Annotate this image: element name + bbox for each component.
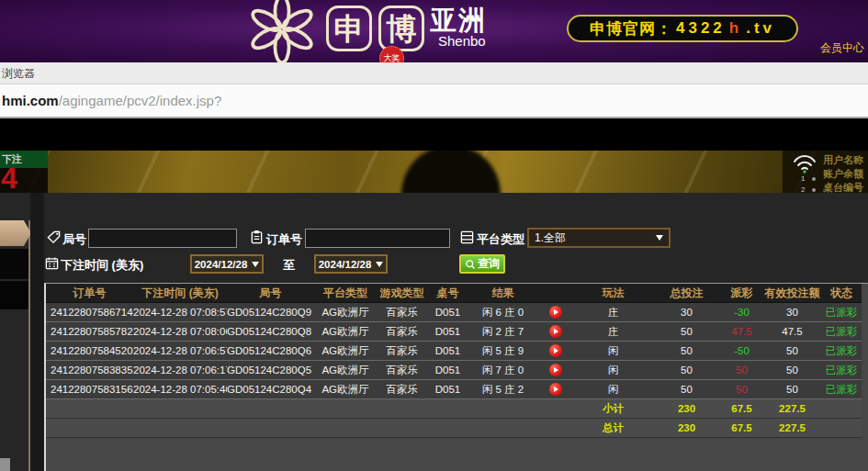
game-type-cell: 百家乐 xyxy=(377,306,427,320)
spacer-band xyxy=(0,118,868,151)
signal-dot-2 xyxy=(812,188,816,192)
game-type-cell: 百家乐 xyxy=(377,325,427,339)
subtotal-payout: 67.5 xyxy=(721,403,762,414)
calendar-icon xyxy=(45,256,59,270)
platform-type-value: 1.全部 xyxy=(535,230,566,246)
official-site-banner[interactable]: 申博官网：4322h.tv xyxy=(567,15,798,42)
banner-prefix: 申博官网： xyxy=(590,18,672,39)
member-center-link[interactable]: 会员中心 xyxy=(820,40,864,56)
date-to-select[interactable]: 2024/12/28 xyxy=(314,254,388,274)
search-button[interactable]: 查询 xyxy=(459,254,505,274)
game-type-cell: 百家乐 xyxy=(377,383,427,397)
subtotal-row: 小计 230 67.5 227.5 xyxy=(46,399,862,419)
table-row[interactable]: 241228075838353 2024-12-28 07:06:17 GD05… xyxy=(46,361,862,380)
platform-cell: AG欧洲厅 xyxy=(314,306,377,320)
platform-cell: AG欧洲厅 xyxy=(314,325,377,339)
banner-suffix: .tv xyxy=(746,19,775,38)
round-number-input[interactable] xyxy=(88,229,237,248)
play-icon xyxy=(554,387,558,392)
order-number-cell: 241228075838353 xyxy=(46,364,133,376)
result-cell: 闲 6 庄 0 xyxy=(468,306,537,320)
total-bet-cell: 50 xyxy=(652,345,721,356)
bet-time-cell: 2024-12-28 07:08:57 xyxy=(133,307,227,318)
video-cell xyxy=(537,364,574,376)
sidebar-item-block[interactable] xyxy=(0,281,28,309)
date-from-select[interactable]: 2024/12/28 xyxy=(190,254,264,274)
scrollbar-corner xyxy=(0,458,10,471)
round-number-cell: GD05124C280Q6 xyxy=(227,345,314,356)
round-number-cell: GD05124C280Q5 xyxy=(227,364,314,376)
play-type-cell: 闲 xyxy=(574,344,652,358)
app-window: 申 博 亚洲 Shenbo 申博官网：4322h.tv 会员中心 大奖 浏览器 … xyxy=(0,0,868,471)
col-platform: 平台类型 xyxy=(314,286,377,301)
col-time: 下注时间 (美东) xyxy=(133,286,227,301)
table-number-label: 桌台编号 xyxy=(823,181,863,193)
total-bet-cell: 50 xyxy=(652,326,721,337)
url-bar[interactable]: hmi.com/agingame/pcv2/index.jsp? xyxy=(0,84,868,118)
date-from-value: 2024/12/28 xyxy=(195,259,248,270)
table-row[interactable]: 241228075831563 2024-12-28 07:05:40 GD05… xyxy=(46,380,862,399)
url-path: /agingame/pcv2/index.jsp? xyxy=(59,93,222,108)
round-number-cell: GD05124C280Q4 xyxy=(227,384,314,395)
platform-list-icon xyxy=(460,230,474,244)
play-icon xyxy=(554,309,558,315)
payout-cell: 50 xyxy=(721,384,762,395)
chevron-down-icon xyxy=(376,262,383,267)
table-row[interactable]: 241228075867140 2024-12-28 07:08:57 GD05… xyxy=(46,303,862,322)
sidebar-item-block[interactable] xyxy=(0,249,28,279)
logo-subtitle: Shenbo xyxy=(438,33,486,49)
play-video-button[interactable] xyxy=(549,306,562,319)
table-row[interactable]: 241228075857825 2024-12-28 07:08:06 GD05… xyxy=(46,322,862,342)
play-video-button[interactable] xyxy=(549,344,562,357)
play-video-button[interactable] xyxy=(549,364,562,376)
table-row[interactable]: 241228075845202 2024-12-28 07:06:57 GD05… xyxy=(46,342,862,361)
bet-time-cell: 2024-12-28 07:06:17 xyxy=(133,364,227,376)
tag-icon xyxy=(47,230,61,244)
video-cell xyxy=(537,306,574,319)
subtotal-label: 小计 xyxy=(574,402,652,416)
clipboard-icon xyxy=(250,230,264,244)
logo-char-bo: 博 xyxy=(378,6,424,51)
play-video-button[interactable] xyxy=(549,383,562,396)
order-number-input[interactable] xyxy=(305,229,450,248)
bet-history-table: 订单号 下注时间 (美东) 局号 平台类型 游戏类型 桌号 结果 玩法 总投注 … xyxy=(44,283,868,471)
game-type-cell: 百家乐 xyxy=(377,364,427,377)
signal-dot-1 xyxy=(812,177,816,181)
status-badge: 已派彩 xyxy=(822,344,861,358)
table-number-cell: D051 xyxy=(427,345,468,356)
logo-char-shen: 申 xyxy=(326,6,372,51)
col-game: 游戏类型 xyxy=(377,286,427,301)
status-badge: 已派彩 xyxy=(822,325,861,339)
sidebar-active-tab[interactable] xyxy=(0,220,31,246)
table-number-cell: D051 xyxy=(427,326,468,337)
date-to-value: 2024/12/28 xyxy=(319,259,372,270)
platform-cell: AG欧洲厅 xyxy=(314,364,377,377)
balance-label: 账户余额 xyxy=(823,167,863,181)
site-header: 申 博 亚洲 Shenbo 申博官网：4322h.tv 会员中心 xyxy=(0,0,868,62)
payout-cell: -30 xyxy=(721,307,762,318)
col-payout: 派彩 xyxy=(721,286,762,301)
result-cell: 闲 7 庄 0 xyxy=(468,364,537,377)
chevron-down-icon xyxy=(656,235,663,241)
payout-cell: 47.5 xyxy=(721,326,762,337)
order-number-cell: 241228075831563 xyxy=(46,384,133,395)
play-icon xyxy=(554,367,558,373)
platform-type-select[interactable]: 1.全部 xyxy=(527,228,671,248)
video-cell xyxy=(537,325,574,338)
valid-bet-cell: 50 xyxy=(762,364,822,376)
round-number-cell: GD05124C280Q8 xyxy=(227,326,314,337)
status-badge: 已派彩 xyxy=(822,306,861,320)
total-bet-cell: 50 xyxy=(652,384,721,395)
play-type-cell: 庄 xyxy=(574,325,652,339)
username-label: 用户名称 xyxy=(823,153,863,167)
bet-time-cell: 2024-12-28 07:08:06 xyxy=(133,326,227,337)
platform-cell: AG欧洲厅 xyxy=(314,383,377,397)
banner-h: h xyxy=(729,19,742,38)
table-number-cell: D051 xyxy=(427,364,468,376)
grand-total-valid: 227.5 xyxy=(762,422,822,433)
play-icon xyxy=(554,348,558,353)
play-type-cell: 闲 xyxy=(574,383,652,397)
col-round: 局号 xyxy=(227,286,314,301)
bet-time-cell: 2024-12-28 07:06:57 xyxy=(133,345,227,356)
play-video-button[interactable] xyxy=(549,325,562,338)
